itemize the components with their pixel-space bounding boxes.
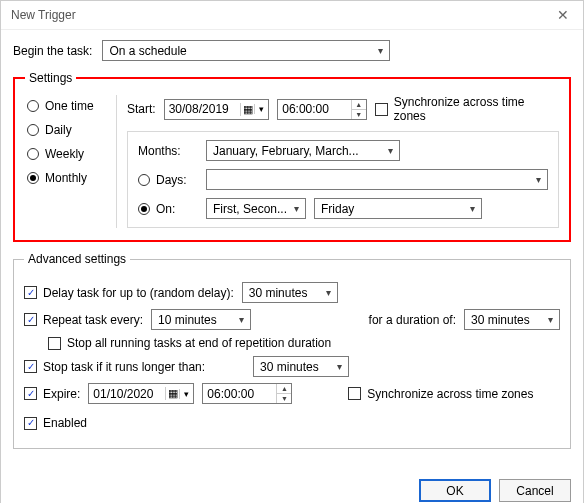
on-day-value: Friday: [321, 202, 354, 216]
checkbox-icon: [24, 417, 37, 430]
start-time-picker[interactable]: 06:00:00 ▲▼: [277, 99, 367, 120]
expire-date-picker[interactable]: 01/10/2020 ▦ ▾: [88, 383, 194, 404]
checkbox-icon: [24, 387, 37, 400]
start-time-value: 06:00:00: [278, 102, 351, 116]
radio-icon: [27, 124, 39, 136]
cancel-label: Cancel: [516, 484, 553, 498]
start-label: Start:: [127, 102, 156, 116]
radio-icon: [27, 100, 39, 112]
radio-weekly[interactable]: Weekly: [27, 147, 110, 161]
advanced-group: Advanced settings Delay task for up to (…: [13, 252, 571, 449]
delay-checkbox[interactable]: Delay task for up to (random delay):: [24, 286, 234, 300]
spinner-icon: ▲▼: [276, 384, 291, 403]
delay-combo[interactable]: 30 minutes ▾: [242, 282, 338, 303]
ok-label: OK: [446, 484, 463, 498]
days-combo[interactable]: ▾: [206, 169, 548, 190]
radio-icon: [138, 203, 150, 215]
stop-long-checkbox[interactable]: Stop task if it runs longer than:: [24, 360, 205, 374]
chevron-down-icon: ▾: [235, 314, 248, 325]
radio-icon: [27, 148, 39, 160]
enabled-checkbox[interactable]: Enabled: [24, 416, 87, 430]
repeat-label: Repeat task every:: [43, 313, 143, 327]
radio-one-time[interactable]: One time: [27, 99, 110, 113]
advanced-legend: Advanced settings: [24, 252, 130, 266]
expire-sync-label: Synchronize across time zones: [367, 387, 533, 401]
chevron-down-icon: ▾: [333, 361, 346, 372]
chevron-down-icon: ▾: [374, 45, 387, 56]
chevron-down-icon: ▾: [254, 104, 268, 114]
expire-time-picker[interactable]: 06:00:00 ▲▼: [202, 383, 292, 404]
stop-long-value: 30 minutes: [260, 360, 319, 374]
radio-label: Monthly: [45, 171, 87, 185]
enabled-label: Enabled: [43, 416, 87, 430]
stop-end-label: Stop all running tasks at end of repetit…: [67, 336, 331, 350]
stop-end-checkbox[interactable]: Stop all running tasks at end of repetit…: [48, 336, 331, 350]
calendar-icon: ▦: [165, 387, 179, 400]
expire-label: Expire:: [43, 387, 80, 401]
start-row: Start: 30/08/2019 ▦ ▾ 06:00:00 ▲▼ Sy: [127, 95, 559, 123]
chevron-down-icon: ▾: [179, 389, 193, 399]
frequency-column: One time Daily Weekly Monthly: [25, 95, 117, 228]
expire-checkbox[interactable]: Expire:: [24, 387, 80, 401]
expire-sync-checkbox[interactable]: Synchronize across time zones: [348, 387, 533, 401]
checkbox-icon: [48, 337, 61, 350]
radio-label: One time: [45, 99, 94, 113]
expire-time-value: 06:00:00: [203, 387, 276, 401]
settings-legend: Settings: [25, 71, 76, 85]
months-combo[interactable]: January, February, March... ▾: [206, 140, 400, 161]
begin-task-label: Begin the task:: [13, 44, 92, 58]
chevron-down-icon: ▾: [466, 203, 479, 214]
window-title: New Trigger: [11, 8, 76, 22]
on-week-value: First, Secon...: [213, 202, 287, 216]
chevron-down-icon: ▾: [544, 314, 557, 325]
radio-daily[interactable]: Daily: [27, 123, 110, 137]
button-bar: OK Cancel: [1, 469, 583, 503]
months-value: January, February, March...: [213, 144, 359, 158]
on-week-combo[interactable]: First, Secon... ▾: [206, 198, 306, 219]
checkbox-icon: [24, 313, 37, 326]
delay-value: 30 minutes: [249, 286, 308, 300]
sync-tz-label: Synchronize across time zones: [394, 95, 559, 123]
spinner-icon: ▲▼: [351, 100, 366, 119]
checkbox-icon: [375, 103, 388, 116]
days-label: Days:: [156, 173, 187, 187]
stop-long-combo[interactable]: 30 minutes ▾: [253, 356, 349, 377]
radio-days[interactable]: Days:: [138, 173, 200, 187]
chevron-down-icon: ▾: [290, 203, 303, 214]
chevron-down-icon: ▾: [322, 287, 335, 298]
begin-task-value: On a schedule: [109, 44, 186, 58]
delay-label: Delay task for up to (random delay):: [43, 286, 234, 300]
radio-label: Weekly: [45, 147, 84, 161]
chevron-down-icon: ▾: [532, 174, 545, 185]
monthly-panel: Months: January, February, March... ▾ Da…: [127, 131, 559, 228]
begin-task-combo[interactable]: On a schedule ▾: [102, 40, 390, 61]
repeat-duration-combo[interactable]: 30 minutes ▾: [464, 309, 560, 330]
months-label: Months:: [138, 144, 200, 158]
duration-label: for a duration of:: [369, 313, 456, 327]
settings-group: Settings One time Daily Weekly: [13, 71, 571, 242]
repeat-every-value: 10 minutes: [158, 313, 217, 327]
calendar-icon: ▦: [240, 103, 254, 116]
close-icon[interactable]: ✕: [553, 7, 573, 23]
begin-task-row: Begin the task: On a schedule ▾: [13, 40, 571, 61]
on-day-combo[interactable]: Friday ▾: [314, 198, 482, 219]
chevron-down-icon: ▾: [384, 145, 397, 156]
repeat-every-combo[interactable]: 10 minutes ▾: [151, 309, 251, 330]
radio-label: Daily: [45, 123, 72, 137]
checkbox-icon: [348, 387, 361, 400]
on-label: On:: [156, 202, 175, 216]
radio-monthly[interactable]: Monthly: [27, 171, 110, 185]
ok-button[interactable]: OK: [419, 479, 491, 502]
start-date-picker[interactable]: 30/08/2019 ▦ ▾: [164, 99, 270, 120]
cancel-button[interactable]: Cancel: [499, 479, 571, 502]
checkbox-icon: [24, 360, 37, 373]
radio-on[interactable]: On:: [138, 202, 200, 216]
stop-long-label: Stop task if it runs longer than:: [43, 360, 205, 374]
titlebar: New Trigger ✕: [1, 1, 583, 30]
start-date-value: 30/08/2019: [165, 102, 241, 116]
sync-tz-checkbox[interactable]: Synchronize across time zones: [375, 95, 559, 123]
radio-icon: [27, 172, 39, 184]
repeat-checkbox[interactable]: Repeat task every:: [24, 313, 143, 327]
checkbox-icon: [24, 286, 37, 299]
radio-icon: [138, 174, 150, 186]
